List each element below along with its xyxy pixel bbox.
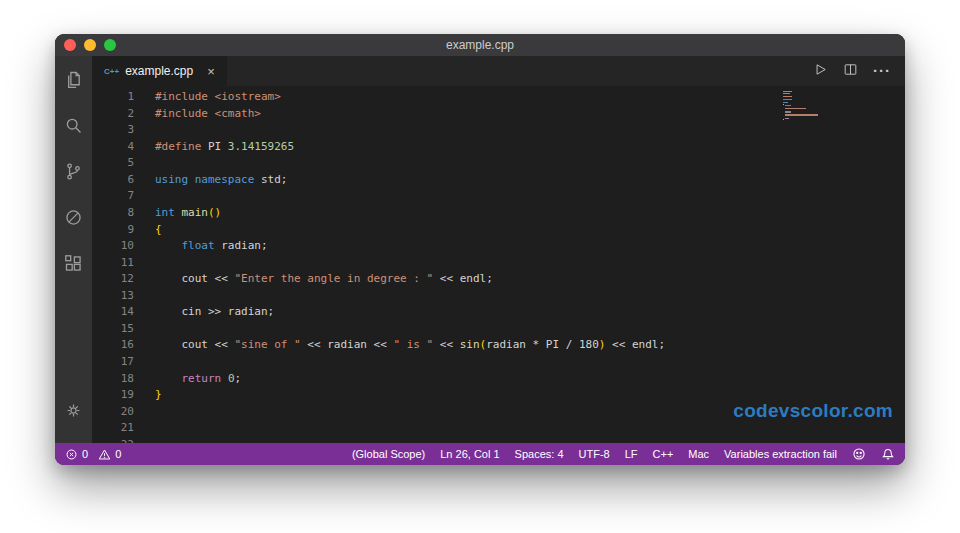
zoom-window-button[interactable] [104,39,116,51]
sidebar-item-search[interactable] [55,102,92,148]
code-text: cin >> radian; [134,304,274,321]
close-window-button[interactable] [64,39,76,51]
files-icon [63,69,84,90]
indentation[interactable]: Spaces: 4 [515,448,564,460]
language-mode[interactable]: C++ [653,448,674,460]
code-text: using namespace std; [134,172,287,189]
sidebar-item-run-debug[interactable] [55,194,92,240]
code-text: cout << "Enter the angle in degree : " <… [134,271,493,288]
tab-close-icon[interactable]: × [207,64,215,79]
source-control-icon [63,161,84,182]
problems-warnings[interactable]: 0 [98,448,121,461]
code-text: { [134,222,162,239]
status-right: (Global Scope)Ln 26, Col 1Spaces: 4UTF-8… [352,447,895,461]
sidebar-item-extensions[interactable] [55,240,92,286]
platform[interactable]: Mac [688,448,709,460]
code-line[interactable]: 10 float radian; [92,238,905,255]
line-number: 13 [92,288,134,305]
tab-example-cpp[interactable]: C++ example.cpp × [92,56,227,86]
warning-count: 0 [115,448,121,460]
line-number: 4 [92,139,134,156]
title-bar[interactable]: example.cpp [55,34,905,56]
line-number: 6 [92,172,134,189]
problems-errors[interactable]: 0 [65,448,88,461]
code-lines: 1#include <iostream>2#include <cmath>34#… [92,89,905,443]
error-icon [65,448,78,461]
code-line[interactable]: 12 cout << "Enter the angle in degree : … [92,271,905,288]
code-text [134,188,155,205]
smiley-icon [852,447,866,461]
code-text: #include <cmath> [134,106,261,123]
run-button[interactable] [813,62,828,81]
code-line[interactable]: 15 [92,321,905,338]
minimap[interactable] [783,91,823,125]
search-icon [63,115,84,136]
code-text [134,288,155,305]
line-number: 18 [92,371,134,388]
code-text [134,404,155,421]
line-number: 12 [92,271,134,288]
editor[interactable]: 1#include <iostream>2#include <cmath>34#… [92,86,905,443]
scope-indicator[interactable]: (Global Scope) [352,448,425,460]
eol-sequence[interactable]: LF [625,448,638,460]
minimize-window-button[interactable] [84,39,96,51]
code-text: float radian; [134,238,268,255]
code-line[interactable]: 5 [92,155,905,172]
code-line[interactable]: 17 [92,354,905,371]
line-number: 20 [92,404,134,421]
line-number: 5 [92,155,134,172]
sidebar-item-source-control[interactable] [55,148,92,194]
encoding[interactable]: UTF-8 [579,448,610,460]
split-editor-icon [843,62,858,77]
code-line[interactable]: 16 cout << "sine of " << radian << " is … [92,337,905,354]
more-actions-button[interactable]: ··· [873,66,891,76]
bell-icon [881,447,895,461]
code-text: } [134,387,162,404]
warning-icon [98,448,111,461]
status-left: 0 0 [65,448,121,461]
run-icon [813,62,828,77]
cpp-file-icon: C++ [104,67,119,76]
code-line[interactable]: 21 [92,420,905,437]
line-number: 19 [92,387,134,404]
feedback-button[interactable] [852,447,866,461]
code-line[interactable]: 4#define PI 3.14159265 [92,139,905,156]
activity-bar [55,56,92,443]
line-number: 9 [92,222,134,239]
line-number: 8 [92,205,134,222]
code-text: return 0; [134,371,241,388]
extraction-status[interactable]: Variables extraction fail [724,448,837,460]
cursor-position[interactable]: Ln 26, Col 1 [440,448,499,460]
editor-actions: ··· [813,56,905,86]
sidebar-item-explorer[interactable] [55,56,92,102]
code-text [134,255,155,272]
code-line[interactable]: 6using namespace std; [92,172,905,189]
line-number: 2 [92,106,134,123]
code-text [134,155,155,172]
code-line[interactable]: 8int main() [92,205,905,222]
line-number: 22 [92,437,134,443]
line-number: 7 [92,188,134,205]
code-line[interactable]: 14 cin >> radian; [92,304,905,321]
line-number: 11 [92,255,134,272]
code-line[interactable]: 18 return 0; [92,371,905,388]
code-line[interactable]: 11 [92,255,905,272]
settings-gear-icon [64,401,83,420]
error-count: 0 [82,448,88,460]
code-line[interactable]: 22 [92,437,905,443]
window-title: example.cpp [55,34,905,56]
code-text: int main() [134,205,221,222]
tab-label: example.cpp [125,64,193,78]
status-bar: 0 0 (Global Scope)Ln 26, Col 1Spaces: 4U… [55,443,905,465]
extensions-icon [63,253,84,274]
code-line[interactable]: 13 [92,288,905,305]
code-text [134,437,155,443]
line-number: 16 [92,337,134,354]
split-editor-button[interactable] [843,62,858,81]
notifications-button[interactable] [881,447,895,461]
code-text: cout << "sine of " << radian << " is " <… [134,337,665,354]
code-line[interactable]: 7 [92,188,905,205]
settings-button[interactable] [55,387,92,433]
code-text [134,321,155,338]
code-line[interactable]: 9{ [92,222,905,239]
